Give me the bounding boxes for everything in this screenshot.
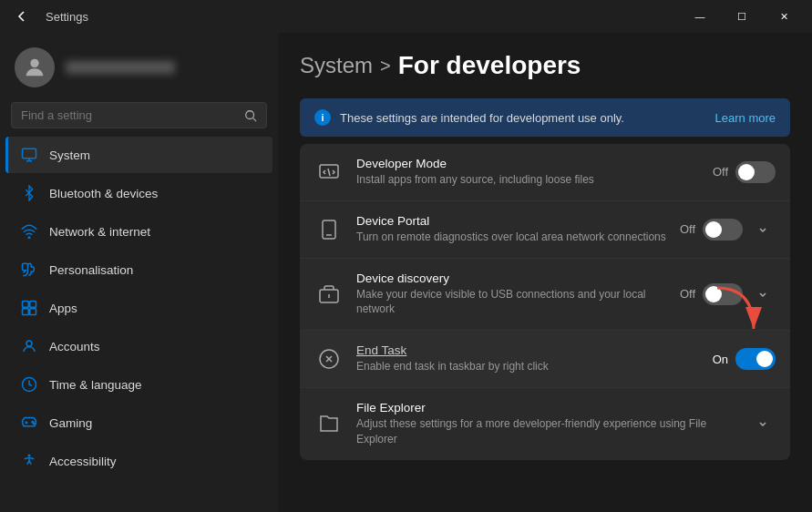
svg-point-15: [28, 455, 31, 457]
sidebar-item-apps[interactable]: Apps: [5, 290, 272, 326]
device-portal-toggle[interactable]: [703, 219, 743, 241]
svg-point-11: [26, 341, 32, 346]
end-task-icon: [314, 344, 344, 374]
wifi-icon: [20, 222, 38, 241]
person-icon: [20, 337, 38, 355]
developer-mode-info: Developer Mode Install apps from any sou…: [356, 157, 700, 188]
close-button[interactable]: ✕: [763, 0, 805, 33]
setting-row-device-discovery: Device discovery Make your device visibl…: [300, 259, 790, 332]
device-portal-control: Off: [680, 217, 776, 242]
svg-point-14: [34, 423, 36, 425]
device-discovery-control: Off: [680, 282, 776, 307]
info-banner-left: i These settings are intended for develo…: [314, 109, 624, 126]
info-banner: i These settings are intended for develo…: [300, 98, 790, 137]
sidebar: System Bluetooth & devices Network & int…: [0, 33, 278, 512]
info-banner-text: These settings are intended for developm…: [340, 111, 624, 125]
device-discovery-desc: Make your device visible to USB connecti…: [356, 287, 667, 318]
sidebar-item-network[interactable]: Network & internet: [5, 213, 272, 250]
end-task-info: End Task Enable end task in taskbar by r…: [356, 343, 700, 374]
svg-rect-10: [30, 309, 36, 315]
file-explorer-info: File Explorer Adjust these settings for …: [356, 401, 737, 447]
brush-icon: [20, 261, 38, 279]
svg-rect-7: [23, 302, 29, 308]
device-discovery-chevron[interactable]: [750, 282, 776, 307]
sidebar-item-bluetooth-label: Bluetooth & devices: [49, 187, 158, 200]
learn-more-link[interactable]: Learn more: [715, 111, 776, 125]
setting-row-device-portal: Device Portal Turn on remote diagnostics…: [300, 201, 790, 259]
developer-mode-toggle[interactable]: [735, 161, 776, 183]
developer-mode-title: Developer Mode: [356, 157, 700, 170]
end-task-desc: Enable end task in taskbar by right clic…: [356, 359, 700, 374]
file-explorer-icon: [314, 409, 344, 438]
sidebar-item-accessibility[interactable]: Accessibility: [5, 443, 272, 479]
info-icon: i: [314, 109, 331, 126]
content-area: System > For developers i These settings…: [278, 33, 812, 512]
end-task-label: On: [713, 353, 728, 366]
user-section: [0, 36, 278, 102]
file-explorer-chevron[interactable]: [750, 411, 776, 436]
minimize-button[interactable]: —: [679, 0, 721, 33]
sidebar-item-system[interactable]: System: [5, 137, 272, 173]
device-discovery-info: Device discovery Make your device visibl…: [356, 271, 667, 318]
device-portal-icon: [314, 215, 344, 244]
avatar: [15, 47, 55, 87]
svg-line-17: [328, 169, 330, 176]
title-bar: Settings — ☐ ✕: [0, 0, 812, 33]
breadcrumb-system: System: [300, 53, 373, 78]
device-portal-chevron[interactable]: [750, 217, 776, 242]
end-task-title: End Task: [356, 343, 700, 357]
end-task-toggle[interactable]: [735, 348, 776, 370]
svg-line-2: [253, 118, 257, 121]
bluetooth-icon: [20, 184, 38, 202]
sidebar-item-personalisation-label: Personalisation: [49, 263, 133, 277]
svg-point-0: [30, 59, 38, 67]
sidebar-item-system-label: System: [49, 148, 90, 162]
file-explorer-control: [750, 411, 776, 436]
sidebar-item-personalisation[interactable]: Personalisation: [5, 251, 272, 288]
sidebar-item-gaming-label: Gaming: [49, 416, 92, 430]
breadcrumb-separator: >: [380, 56, 391, 77]
user-avatar-icon: [22, 55, 47, 80]
app-title: Settings: [46, 10, 88, 24]
sidebar-item-accounts-label: Accounts: [49, 340, 100, 353]
device-portal-title: Device Portal: [356, 214, 667, 228]
file-explorer-title: File Explorer: [356, 401, 737, 415]
setting-row-file-explorer: File Explorer Adjust these settings for …: [300, 388, 790, 460]
window-controls: — ☐ ✕: [679, 0, 805, 33]
file-explorer-desc: Adjust these settings for a more develop…: [356, 416, 737, 447]
setting-row-developer-mode: Developer Mode Install apps from any sou…: [300, 144, 790, 201]
sidebar-item-accessibility-label: Accessibility: [49, 455, 117, 468]
sidebar-item-time[interactable]: Time & language: [5, 366, 272, 403]
breadcrumb-current: For developers: [398, 51, 581, 80]
developer-mode-control: Off: [713, 161, 776, 183]
settings-card: Developer Mode Install apps from any sou…: [300, 144, 790, 460]
device-discovery-label: Off: [680, 287, 695, 301]
device-portal-desc: Turn on remote diagnostics over local ar…: [356, 230, 667, 245]
svg-point-6: [28, 237, 30, 239]
svg-rect-3: [23, 148, 36, 159]
svg-rect-18: [323, 220, 335, 239]
search-box[interactable]: [11, 102, 267, 128]
device-discovery-toggle[interactable]: [703, 283, 743, 305]
svg-point-1: [246, 110, 254, 118]
back-button[interactable]: [7, 0, 36, 33]
sidebar-item-network-label: Network & internet: [49, 225, 150, 239]
end-task-control: On: [713, 348, 776, 370]
monitor-icon: [20, 146, 38, 164]
sidebar-item-apps-label: Apps: [49, 302, 77, 315]
developer-mode-toggle-thumb: [738, 164, 755, 180]
svg-rect-9: [23, 309, 29, 315]
developer-mode-desc: Install apps from any source, including …: [356, 172, 700, 188]
developer-mode-label: Off: [713, 165, 728, 179]
sidebar-item-accounts[interactable]: Accounts: [5, 328, 272, 364]
developer-mode-icon: [314, 158, 344, 187]
search-input[interactable]: [21, 108, 237, 122]
device-portal-info: Device Portal Turn on remote diagnostics…: [356, 214, 667, 245]
sidebar-item-gaming[interactable]: Gaming: [5, 404, 272, 441]
user-name: [66, 61, 175, 74]
setting-row-end-task: End Task Enable end task in taskbar by r…: [300, 331, 790, 388]
sidebar-item-bluetooth[interactable]: Bluetooth & devices: [5, 175, 272, 211]
svg-rect-8: [30, 302, 36, 308]
maximize-button[interactable]: ☐: [721, 0, 763, 33]
device-discovery-toggle-thumb: [705, 286, 722, 302]
